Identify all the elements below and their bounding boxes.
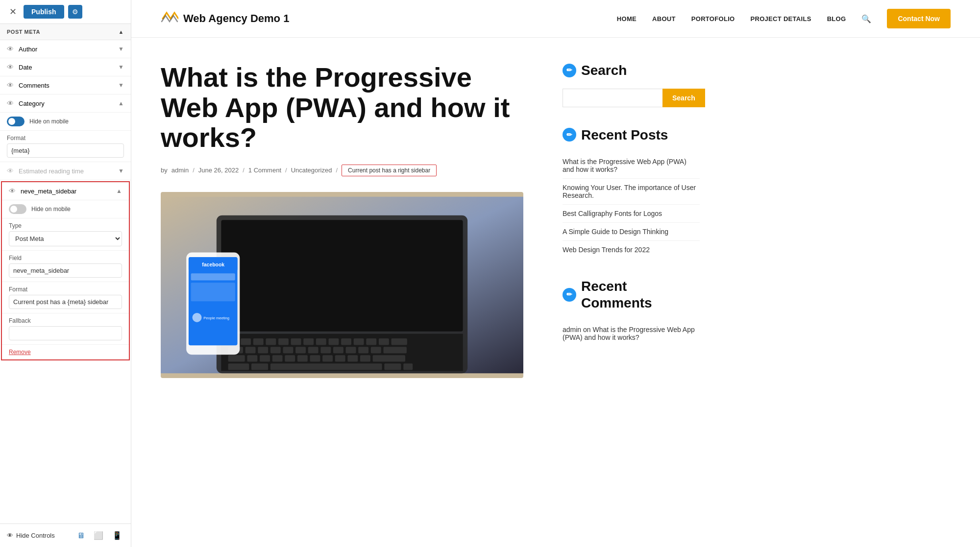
svg-rect-40 (347, 355, 358, 361)
svg-rect-52 (191, 273, 235, 280)
recent-post-item[interactable]: Web Design Trends for 2022 (563, 241, 700, 259)
comments-expand-icon[interactable]: ▼ (118, 82, 124, 89)
hide-controls-label: Hide Controls (16, 532, 55, 539)
svg-text:facebook: facebook (202, 262, 224, 267)
search-input[interactable] (563, 89, 662, 107)
post-meta-section-header: POST META ▲ (0, 24, 131, 40)
estimated-reading-time-expand-icon[interactable]: ▼ (118, 167, 124, 174)
article-meta: by admin / June 26, 2022 / 1 Comment / U… (161, 165, 523, 176)
neve-hide-mobile-toggle[interactable] (9, 204, 26, 214)
svg-rect-31 (228, 355, 245, 361)
nav-project-details[interactable]: PROJECT DETAILS (751, 15, 811, 23)
top-bar: ✕ Hide Controls Publish ⚙ (0, 0, 131, 24)
neve-hide-mobile-label: Hide on mobile (31, 206, 71, 213)
settings-button[interactable]: ⚙ (68, 5, 82, 19)
hide-controls-button[interactable]: 👁 Hide Controls (7, 532, 55, 539)
svg-rect-27 (346, 347, 356, 353)
tablet-view-button[interactable]: ⬜ (92, 529, 105, 542)
article-image: facebook People meeting (161, 192, 523, 378)
category-visibility-icon[interactable]: 👁 (7, 99, 14, 107)
author-expand-icon[interactable]: ▼ (118, 46, 124, 52)
svg-rect-34 (272, 355, 283, 361)
article-comments[interactable]: 1 Comment (248, 166, 281, 174)
estimated-reading-time-visibility-icon[interactable]: 👁 (7, 167, 14, 175)
neve-field-input[interactable] (9, 263, 122, 278)
nav-blog[interactable]: BLOG (827, 15, 846, 23)
recent-comments-title-text: Recent Comments (581, 278, 700, 311)
neve-hide-mobile-row: Hide on mobile (2, 200, 129, 218)
eye-hide-icon: 👁 (7, 532, 13, 539)
recent-post-item[interactable]: What is the Progressive Web App (PWA) an… (563, 153, 700, 179)
neve-fallback-label: Fallback (9, 317, 122, 324)
collapse-icon[interactable]: ▲ (119, 29, 124, 35)
svg-rect-9 (291, 338, 301, 345)
svg-rect-19 (245, 347, 256, 353)
neve-meta-sidebar-label: neve_meta_sidebar (21, 188, 76, 195)
svg-rect-30 (383, 347, 406, 353)
category-hide-mobile-label: Hide on mobile (29, 118, 69, 125)
nav-portofolio[interactable]: PORTOFOLIO (691, 15, 735, 23)
svg-rect-29 (371, 347, 381, 353)
category-label: Category (19, 100, 45, 107)
svg-rect-43 (228, 363, 249, 370)
comments-label: Comments (19, 82, 49, 89)
bottom-bar: 👁 Hide Controls 🖥 ⬜ 📱 (0, 523, 131, 547)
svg-rect-24 (308, 347, 318, 353)
comments-visibility-icon[interactable]: 👁 (7, 81, 14, 89)
remove-link[interactable]: Remove (2, 345, 38, 359)
article-author[interactable]: admin (172, 166, 189, 174)
svg-rect-32 (247, 355, 257, 361)
svg-rect-8 (278, 338, 289, 345)
recent-post-item[interactable]: Knowing Your User. The importance of Use… (563, 179, 700, 205)
neve-visibility-icon[interactable]: 👁 (9, 187, 16, 195)
svg-rect-37 (310, 355, 320, 361)
svg-rect-22 (283, 347, 294, 353)
author-meta-item: 👁 Author ▼ (0, 40, 131, 58)
svg-rect-20 (258, 347, 268, 353)
category-collapse-icon[interactable]: ▲ (118, 100, 124, 107)
category-format-label: Format (7, 135, 124, 142)
category-format-input[interactable] (7, 143, 124, 158)
recent-post-item[interactable]: A Simple Guide to Design Thinking (563, 223, 700, 241)
recent-post-item[interactable]: Best Calligraphy Fonts for Logos (563, 205, 700, 223)
search-submit-button[interactable]: Search (662, 89, 705, 107)
svg-rect-38 (322, 355, 333, 361)
comments-meta-item: 👁 Comments ▼ (0, 76, 131, 95)
svg-rect-16 (379, 338, 389, 345)
search-widget-title: ✏ Search (563, 62, 700, 79)
neve-fallback-input[interactable] (9, 326, 122, 340)
main-content: Web Agency Demo 1 HOME ABOUT PORTOFOLIO … (131, 0, 980, 547)
svg-rect-47 (403, 363, 413, 370)
neve-type-select[interactable]: Post Meta Custom Field ACF (9, 231, 122, 246)
article-category[interactable]: Uncategorized (291, 166, 332, 174)
svg-rect-28 (358, 347, 368, 353)
close-button[interactable]: ✕ (6, 5, 20, 19)
nav-about[interactable]: ABOUT (652, 15, 676, 23)
neve-meta-sidebar-section: 👁 neve_meta_sidebar ▲ Hide on mobile Typ… (1, 181, 130, 360)
neve-format-input[interactable] (9, 295, 122, 309)
contact-button[interactable]: Contact Now (887, 9, 951, 28)
neve-collapse-icon[interactable]: ▲ (116, 188, 122, 194)
mobile-view-button[interactable]: 📱 (110, 529, 124, 542)
publish-btn-main[interactable]: Publish (24, 5, 64, 19)
search-title-text: Search (581, 62, 627, 79)
date-expand-icon[interactable]: ▼ (118, 64, 124, 71)
neve-meta-sidebar-header: 👁 neve_meta_sidebar ▲ (2, 182, 129, 200)
neve-format-group: Format (2, 282, 129, 313)
nav-search-icon[interactable]: 🔍 (861, 14, 871, 24)
article-main: What is the Progressive Web App (PWA) an… (161, 38, 543, 547)
date-label: Date (19, 64, 32, 71)
svg-rect-11 (316, 338, 326, 345)
category-hide-mobile-toggle[interactable] (7, 117, 24, 126)
svg-rect-41 (360, 355, 370, 361)
estimated-reading-time-item: 👁 Estimated reading time ▼ (0, 162, 131, 180)
left-panel: ✕ Hide Controls Publish ⚙ POST META ▲ 👁 … (0, 0, 131, 547)
desktop-view-button[interactable]: 🖥 (75, 529, 87, 542)
nav-home[interactable]: HOME (617, 15, 637, 23)
neve-type-label: Type (9, 222, 122, 229)
svg-rect-6 (253, 338, 264, 345)
date-visibility-icon[interactable]: 👁 (7, 63, 14, 71)
recent-comment-item: admin on What is the Progressive Web App… (563, 321, 700, 346)
author-visibility-icon[interactable]: 👁 (7, 45, 14, 53)
site-name: Web Agency Demo 1 (183, 12, 289, 25)
